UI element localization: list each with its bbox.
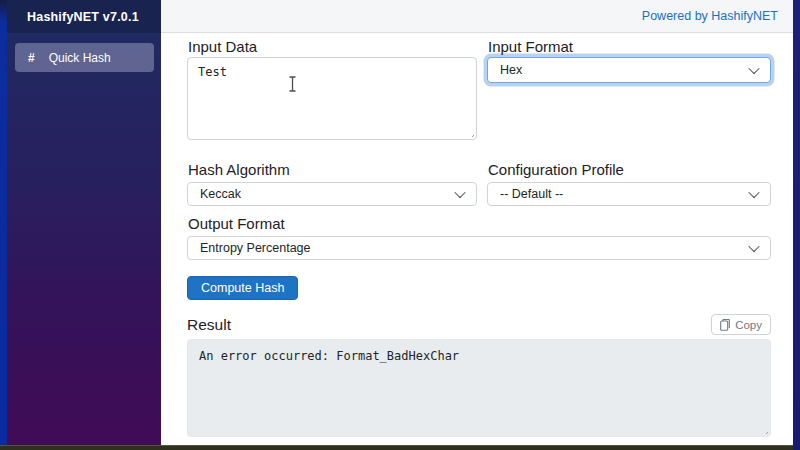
clipboard-icon xyxy=(720,319,730,331)
input-data-textarea[interactable]: Test xyxy=(187,57,477,140)
copy-button[interactable]: Copy xyxy=(711,314,771,335)
chevron-down-icon xyxy=(748,241,759,252)
compute-hash-button[interactable]: Compute Hash xyxy=(187,276,298,300)
form-content: Input Data Test Input Format Hex Hash Al… xyxy=(187,33,771,437)
sidebar: HashifyNET v7.0.1 # Quick Hash xyxy=(7,0,161,445)
output-format-select[interactable]: Entropy Percentage xyxy=(187,236,771,260)
chevron-down-icon xyxy=(748,63,759,74)
app-title: HashifyNET v7.0.1 xyxy=(7,0,161,33)
configuration-profile-label: Configuration Profile xyxy=(488,161,771,179)
main-panel: Powered by HashifyNET Input Data Test In… xyxy=(161,0,793,445)
sidebar-item-quick-hash[interactable]: # Quick Hash xyxy=(15,43,154,72)
left-edge-strip xyxy=(0,0,7,450)
input-format-selected-value: Hex xyxy=(500,63,522,77)
input-data-label: Input Data xyxy=(188,38,477,56)
top-bar: Powered by HashifyNET xyxy=(161,0,793,33)
result-heading: Result xyxy=(187,316,231,334)
chevron-down-icon xyxy=(454,187,465,198)
result-output-textarea[interactable]: An error occurred: Format_BadHexChar xyxy=(187,339,771,437)
powered-by-link[interactable]: Powered by HashifyNET xyxy=(642,9,778,23)
hash-algorithm-select[interactable]: Keccak xyxy=(187,182,477,206)
output-format-label: Output Format xyxy=(188,215,771,233)
chevron-down-icon xyxy=(748,187,759,198)
hash-algorithm-selected-value: Keccak xyxy=(200,187,241,201)
copy-button-label: Copy xyxy=(735,319,762,331)
hash-icon: # xyxy=(28,51,35,65)
output-format-selected-value: Entropy Percentage xyxy=(200,241,311,255)
input-format-label: Input Format xyxy=(488,38,771,56)
bottom-edge-bar xyxy=(0,445,800,450)
sidebar-item-label: Quick Hash xyxy=(49,51,111,65)
sidebar-nav: # Quick Hash xyxy=(7,33,161,445)
hash-algorithm-label: Hash Algorithm xyxy=(188,161,477,179)
input-format-select[interactable]: Hex xyxy=(487,57,771,83)
configuration-profile-selected-value: -- Default -- xyxy=(500,187,563,201)
right-edge-strip xyxy=(793,0,800,450)
configuration-profile-select[interactable]: -- Default -- xyxy=(487,182,771,206)
